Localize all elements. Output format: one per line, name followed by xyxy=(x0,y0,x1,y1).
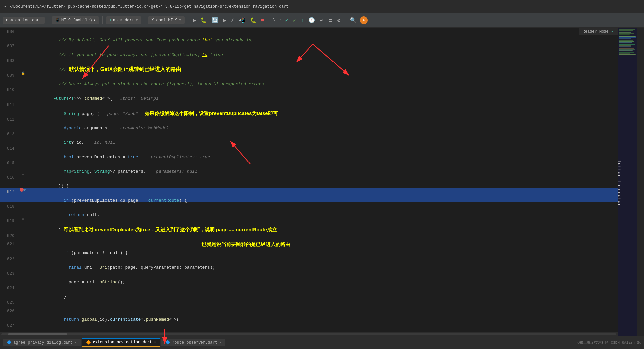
debug-button[interactable]: 🐛 xyxy=(199,16,208,24)
mm-line xyxy=(619,49,635,50)
editor-area[interactable]: Reader Mode ✓ 606 /// By default, GetX w… xyxy=(0,28,618,336)
main-layout: Reader Mode ✓ 606 /// By default, GetX w… xyxy=(0,28,644,336)
tab-extension-nav[interactable]: 🔶 extension_navigation.dart ✕ xyxy=(82,338,160,347)
mm-line xyxy=(619,29,635,30)
tab-icon-ext: 🔶 xyxy=(86,340,91,345)
bottom-tabs: 🔷 agree_privacy_dialog.dart ✕ 🔶 extensio… xyxy=(0,336,644,349)
git-undo[interactable]: ↩ xyxy=(318,16,324,24)
stop-button[interactable]: ■ xyxy=(260,17,266,24)
avatar-button[interactable]: A xyxy=(360,16,368,24)
horizontal-scrollbar[interactable] xyxy=(0,332,618,336)
tab-route-observer[interactable]: 🔷 route_observer.dart ✕ xyxy=(161,339,225,346)
reload-button[interactable]: 🔄 xyxy=(210,16,220,24)
code-line-612: 612 dynamic arguments, arguments: WebMod… xyxy=(0,115,618,130)
breakpoint-617 xyxy=(20,188,24,192)
separator-6 xyxy=(345,16,345,24)
fold-icon-609: 🔒 xyxy=(21,71,25,75)
tab-close-route[interactable]: ✕ xyxy=(219,341,221,345)
separator-1 xyxy=(48,16,48,24)
code-line-607: 607 /// if you want to push anyway, set … xyxy=(0,42,618,57)
run-button-2[interactable]: ▶ xyxy=(222,16,228,24)
code-line-621: 621 ⊟ if (parameters != null) { xyxy=(0,240,618,255)
code-line-611: 611 String page, { page: "/web"如果你想解除这个限… xyxy=(0,101,618,115)
tab-label-ext: extension_navigation.dart xyxy=(93,340,152,345)
git-arrow-up[interactable]: ↑ xyxy=(299,17,305,24)
fold-icon-624: ⊟ xyxy=(22,284,24,288)
line-num-616: 616 xyxy=(0,173,20,182)
mm-line xyxy=(619,42,632,43)
right-panel: Flutter Inspector xyxy=(618,28,644,336)
line-num-608: 608 xyxy=(0,57,20,65)
separator-4 xyxy=(188,16,188,24)
gutter-621: ⊟ xyxy=(20,240,26,244)
code-line-626: 626 return global(id).currentState?.push… xyxy=(0,307,618,321)
mm-line xyxy=(619,53,630,54)
line-num-627: 627 xyxy=(0,321,20,330)
fold-icon-621: ⊟ xyxy=(22,240,24,244)
flutter-inspector-label: Flutter Inspector xyxy=(618,157,622,207)
mm-line xyxy=(619,44,635,45)
line-num-625: 625 xyxy=(0,298,20,307)
tab-navigation-dart[interactable]: navigation.dart xyxy=(3,17,45,24)
tab-close-agree[interactable]: ✕ xyxy=(75,341,77,345)
mm-line-highlight xyxy=(619,37,636,38)
tab-agree-privacy[interactable]: 🔷 agree_privacy_dialog.dart ✕ xyxy=(3,339,81,346)
code-line-624: 624 ⊟ } xyxy=(0,284,618,298)
git-clock[interactable]: 🕐 xyxy=(307,16,316,24)
line-num-620: 620 xyxy=(0,232,20,240)
git-label: Git: xyxy=(272,18,282,23)
code-line-615: 615 Map<String, String>? parameters, par… xyxy=(0,159,618,173)
git-check-2[interactable]: ✓ xyxy=(292,16,298,24)
tab-label-route: route_observer.dart xyxy=(172,340,217,345)
git-check-1[interactable]: ✓ xyxy=(284,16,290,24)
line-num-610: 610 xyxy=(0,86,20,94)
minimap-content xyxy=(618,28,637,57)
line-num-619: 619 xyxy=(0,217,20,225)
phone-icon: 📱 xyxy=(55,18,60,23)
git-settings[interactable]: ⚙ xyxy=(336,16,342,24)
git-screen[interactable]: 🖥 xyxy=(326,16,334,24)
code-line-617: 617 ▷ if (preventDuplicates && page == c… xyxy=(0,188,618,202)
mm-line xyxy=(619,41,634,42)
line-num-622: 622 xyxy=(0,255,20,263)
file-tab-main[interactable]: ⚡ main.dart ▾ xyxy=(106,16,141,24)
debug-icon-2[interactable]: 🐛 xyxy=(249,16,258,24)
code-line-608: 608 /// 默认情况下，GetX会阻止跳转到已经进入的路由 xyxy=(0,57,618,71)
run-button[interactable]: ▶ xyxy=(192,16,198,24)
separator-5 xyxy=(269,16,269,24)
code-line-619: 619 ⊟ } 可以看到此时preventDuplicates为true，又进入… xyxy=(0,217,618,232)
separator-2 xyxy=(102,16,103,24)
mm-line xyxy=(619,54,636,55)
line-num-609: 609 xyxy=(0,71,20,80)
lightning-icon[interactable]: ⚡ xyxy=(229,16,235,24)
device-icon[interactable]: 📲 xyxy=(237,16,247,24)
scrollbar-thumb[interactable] xyxy=(8,333,67,335)
code-line-606: 606 /// By default, GetX will prevent yo… xyxy=(0,28,618,42)
search-button[interactable]: 🔍 xyxy=(349,16,358,24)
line-num-624: 624 xyxy=(0,284,20,292)
gutter-624: ⊟ xyxy=(20,284,26,288)
code-line-620: 620 也就是说当前要跳转的是已经进入的路由 xyxy=(0,232,618,240)
line-num-613: 613 xyxy=(0,130,20,138)
title-bar-text: ~ ~/Documents/Env/flutter/.pub-cache/hos… xyxy=(4,4,288,9)
tab-close-ext[interactable]: ✕ xyxy=(154,340,156,344)
mm-line xyxy=(619,33,634,34)
device-selector-2[interactable]: Xiaomi MI 9 ▾ xyxy=(148,16,184,24)
file-icon: ⚡ xyxy=(109,18,112,23)
gutter-616: ⊟ xyxy=(20,173,26,177)
tab-icon-agree: 🔷 xyxy=(7,340,12,345)
code-line-614: 614 bool preventDuplicates = true, preve… xyxy=(0,144,618,159)
code-line-613: 613 int? id, id: null xyxy=(0,130,618,144)
device-selector-1[interactable]: 📱 MI 9 (mobile) ▾ xyxy=(52,16,99,24)
line-num-611: 611 xyxy=(0,101,20,109)
code-line-609: 609 🔒 /// Note: Always put a slash on th… xyxy=(0,71,618,86)
line-num-612: 612 xyxy=(0,115,20,124)
gutter-619: ⊟ xyxy=(20,217,26,221)
mm-line xyxy=(619,48,634,49)
mm-line xyxy=(619,32,631,33)
line-num-618: 618 xyxy=(0,202,20,211)
tab-icon-route: 🔷 xyxy=(165,340,170,345)
mm-line xyxy=(619,52,634,53)
line-num-621: 621 xyxy=(0,240,20,249)
code-line-623: 623 page = uri.toString(); xyxy=(0,269,618,284)
